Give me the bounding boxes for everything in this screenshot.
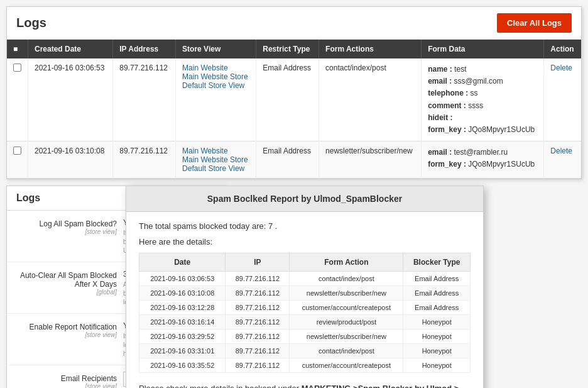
report-details-line: Here are the details: bbox=[139, 237, 471, 247]
row-form-data: email : test@rambler.ruform_key : JQo8Mp… bbox=[422, 141, 544, 179]
row-form-actions: contact/index/post bbox=[319, 58, 422, 141]
report-cell-blockerType: Honeypot bbox=[403, 330, 471, 344]
report-table-row: 2021-09-16 03:06:5389.77.216.112contact/… bbox=[139, 272, 471, 286]
report-cell-ip: 89.77.216.112 bbox=[226, 344, 290, 358]
col-created-date: Created Date bbox=[28, 40, 113, 58]
report-footer-line: Please check more details in backend und… bbox=[139, 382, 471, 388]
report-cell-date: 2021-09-16 03:16:14 bbox=[139, 315, 226, 330]
table-header-row: ■ Created Date IP Address Store View Res… bbox=[7, 40, 581, 58]
report-cell-blockerType: Email Address bbox=[403, 286, 471, 301]
row-restrict-type: Email Address bbox=[256, 58, 319, 141]
report-cell-formAction: newsletter/subscriber/new bbox=[290, 330, 403, 344]
report-table-row: 2021-09-16 03:16:1489.77.216.112review/p… bbox=[139, 315, 471, 330]
report-table-row: 2021-09-16 03:10:0889.77.216.112newslett… bbox=[139, 286, 471, 301]
report-cell-ip: 89.77.216.112 bbox=[226, 272, 290, 286]
report-cell-ip: 89.77.216.112 bbox=[226, 358, 290, 373]
header-checkbox-icon: ■ bbox=[13, 45, 18, 53]
report-table-row: 2021-09-16 03:29:5289.77.216.112newslett… bbox=[139, 330, 471, 344]
report-cell-date: 2021-09-16 03:06:53 bbox=[139, 272, 226, 286]
settings-scope: [store view] bbox=[16, 331, 117, 338]
row-restrict-type: Email Address bbox=[256, 141, 319, 179]
row-form-actions: newsletter/subscriber/new bbox=[319, 141, 422, 179]
clear-all-logs-button[interactable]: Clear All Logs bbox=[497, 13, 572, 33]
report-cell-formAction: newsletter/subscriber/new bbox=[290, 286, 403, 301]
delete-link[interactable]: Delete bbox=[550, 64, 572, 72]
report-modal-title: Spam Boclked Report by Ulmod_SpamBlocker bbox=[126, 186, 483, 212]
row-checkbox[interactable] bbox=[13, 64, 21, 72]
report-table-header: Date IP Form Action Blocker Type bbox=[139, 253, 471, 272]
logs-table: ■ Created Date IP Address Store View Res… bbox=[7, 40, 581, 179]
store-view-link[interactable]: Main Website Store bbox=[182, 155, 249, 164]
report-col-form-action: Form Action bbox=[290, 253, 403, 272]
report-cell-date: 2021-09-16 03:29:52 bbox=[139, 330, 226, 344]
settings-label: Enable Report Notification[store view] bbox=[16, 320, 123, 338]
report-cell-date: 2021-09-16 03:10:08 bbox=[139, 286, 226, 301]
store-view-link[interactable]: Main Website bbox=[182, 64, 249, 72]
col-restrict-type: Restrict Type bbox=[256, 40, 319, 58]
settings-scope: [store view] bbox=[16, 383, 117, 388]
report-table-row: 2021-09-16 03:12:2889.77.216.112customer… bbox=[139, 301, 471, 315]
table-row: 2021-09-16 03:06:5389.77.216.112Main Web… bbox=[7, 58, 581, 141]
report-table-row: 2021-09-16 03:35:5289.77.216.112customer… bbox=[139, 358, 471, 373]
report-table: Date IP Form Action Blocker Type 2021-09… bbox=[139, 253, 471, 373]
report-cell-formAction: customer/account/createpost bbox=[290, 358, 403, 373]
report-total-line: The total spams blocked today are: 7 . bbox=[139, 221, 471, 231]
row-created-date: 2021-09-16 03:10:08 bbox=[28, 141, 113, 179]
store-view-link[interactable]: Main Website bbox=[182, 147, 249, 155]
report-col-blocker-type: Blocker Type bbox=[403, 253, 471, 272]
report-table-row: 2021-09-16 03:31:0189.77.216.112contact/… bbox=[139, 344, 471, 358]
row-checkbox-cell bbox=[7, 141, 28, 179]
row-form-data: name : testemail : sss@gmil.comtelephone… bbox=[422, 58, 544, 141]
row-ip-address: 89.77.216.112 bbox=[113, 58, 176, 141]
row-action: Delete bbox=[544, 141, 581, 179]
report-modal-body: The total spams blocked today are: 7 . H… bbox=[126, 212, 483, 388]
row-store-view: Main WebsiteMain Website StoreDefault St… bbox=[176, 141, 256, 179]
col-ip-address: IP Address bbox=[113, 40, 176, 58]
row-created-date: 2021-09-16 03:06:53 bbox=[28, 58, 113, 141]
report-footer-bold: MARKETING >Spam Blocker by Ulmod > Logs bbox=[139, 384, 459, 388]
report-footer: Please check more details in backend und… bbox=[139, 382, 471, 388]
store-view-link[interactable]: Default Store View bbox=[182, 81, 249, 90]
row-ip-address: 89.77.216.112 bbox=[113, 141, 176, 179]
store-view-link[interactable]: Default Store View bbox=[182, 164, 249, 173]
settings-label: Email Recipients[store view] bbox=[16, 372, 123, 388]
col-form-data: Form Data bbox=[422, 40, 544, 58]
col-form-actions: Form Actions bbox=[319, 40, 422, 58]
row-checkbox-cell bbox=[7, 58, 28, 141]
row-action: Delete bbox=[544, 58, 581, 141]
report-modal: Spam Boclked Report by Ulmod_SpamBlocker… bbox=[126, 186, 484, 388]
settings-label: Log All Spam Blocked?[store view] bbox=[16, 217, 123, 235]
table-row: 2021-09-16 03:10:0889.77.216.112Main Web… bbox=[7, 141, 581, 179]
report-cell-ip: 89.77.216.112 bbox=[226, 315, 290, 330]
report-cell-blockerType: Email Address bbox=[403, 272, 471, 286]
report-cell-date: 2021-09-16 03:12:28 bbox=[139, 301, 226, 315]
report-cell-formAction: contact/index/post bbox=[290, 344, 403, 358]
col-store-view: Store View bbox=[176, 40, 256, 58]
report-cell-date: 2021-09-16 03:31:01 bbox=[139, 344, 226, 358]
report-cell-formAction: review/product/post bbox=[290, 315, 403, 330]
report-cell-ip: 89.77.216.112 bbox=[226, 330, 290, 344]
settings-label: Auto-Clear All Spam Blocked After X Days… bbox=[16, 269, 123, 296]
report-cell-blockerType: Honeypot bbox=[403, 358, 471, 373]
store-view-link[interactable]: Main Website Store bbox=[182, 72, 249, 81]
report-cell-blockerType: Honeypot bbox=[403, 315, 471, 330]
bottom-area: Logs Log All Spam Blocked?[store view]Ye… bbox=[6, 186, 582, 388]
col-action: Action bbox=[544, 40, 581, 58]
main-logs-panel: Logs Clear All Logs ■ Created Date IP Ad… bbox=[6, 6, 582, 179]
report-col-date: Date bbox=[139, 253, 226, 272]
page-title: Logs bbox=[16, 16, 46, 30]
report-col-ip: IP bbox=[226, 253, 290, 272]
delete-link[interactable]: Delete bbox=[550, 147, 572, 155]
col-checkbox: ■ bbox=[7, 40, 28, 58]
report-cell-formAction: contact/index/post bbox=[290, 272, 403, 286]
report-cell-blockerType: Honeypot bbox=[403, 344, 471, 358]
report-cell-date: 2021-09-16 03:35:52 bbox=[139, 358, 226, 373]
settings-scope: [store view] bbox=[16, 228, 117, 235]
report-cell-blockerType: Email Address bbox=[403, 301, 471, 315]
report-cell-ip: 89.77.216.112 bbox=[226, 301, 290, 315]
report-cell-formAction: customer/account/createpost bbox=[290, 301, 403, 315]
row-checkbox[interactable] bbox=[13, 147, 21, 155]
main-header: Logs Clear All Logs bbox=[7, 7, 581, 40]
report-cell-ip: 89.77.216.112 bbox=[226, 286, 290, 301]
settings-scope: [global] bbox=[16, 289, 117, 296]
